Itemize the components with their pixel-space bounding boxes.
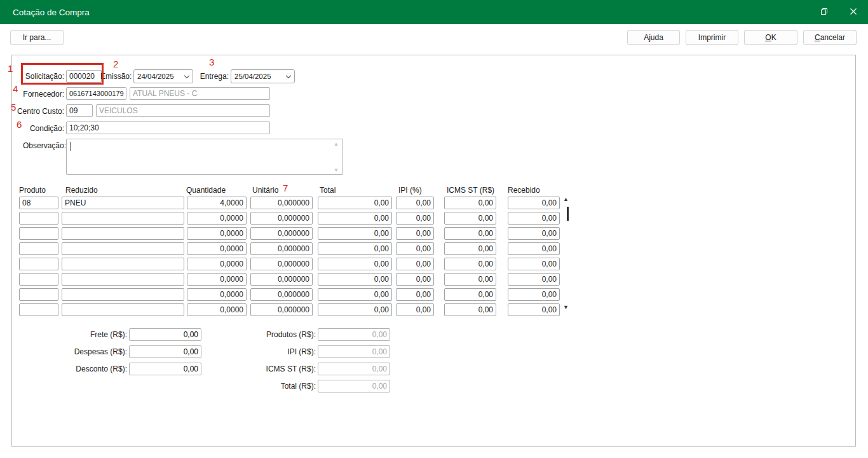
col-header-unitario: Unitário — [252, 186, 278, 195]
cell-quantidade[interactable]: 0,0000 — [187, 258, 247, 270]
emissao-date-select[interactable]: 24/04/2025 — [133, 69, 193, 83]
cell-quantidade[interactable]: 0,0000 — [187, 303, 247, 316]
cotacao-de-compra-window: Cotação de Compra Ir para... Ajuda Impri… — [0, 0, 868, 458]
cell-reduzido[interactable] — [62, 227, 184, 240]
centro-custo-name-field: VEICULOS — [96, 104, 270, 117]
ok-button[interactable]: OK — [744, 30, 797, 45]
cell-icms-st[interactable]: 0,00 — [444, 303, 496, 316]
cell-reduzido[interactable] — [62, 288, 184, 301]
cell-total: 0,00 — [318, 273, 392, 286]
help-button[interactable]: Ajuda — [627, 30, 680, 45]
cell-recebido[interactable]: 0,00 — [508, 258, 560, 270]
cell-unitario[interactable]: 0,000000 — [250, 197, 313, 209]
cell-produto[interactable] — [19, 242, 58, 255]
table-row: 0,0000 0,000000 0,00 0,00 0,00 0,00 — [19, 303, 560, 319]
fornecedor-code-input[interactable]: 06167143000179 — [66, 87, 126, 100]
text-caret — [70, 142, 71, 151]
cell-recebido[interactable]: 0,00 — [508, 288, 560, 301]
table-row: 0,0000 0,000000 0,00 0,00 0,00 0,00 — [19, 212, 560, 227]
cell-reduzido[interactable] — [62, 273, 184, 286]
go-to-button[interactable]: Ir para... — [10, 30, 64, 45]
cell-recebido[interactable]: 0,00 — [508, 197, 560, 209]
condicao-input[interactable]: 10;20;30 — [66, 121, 270, 134]
cell-produto[interactable] — [19, 227, 58, 240]
cell-unitario[interactable]: 0,000000 — [250, 303, 313, 316]
cell-quantidade[interactable]: 0,0000 — [187, 212, 247, 225]
cell-reduzido[interactable] — [62, 258, 184, 270]
cell-produto[interactable] — [19, 212, 58, 225]
cell-unitario[interactable]: 0,000000 — [250, 273, 313, 286]
cell-ipi[interactable]: 0,00 — [396, 288, 434, 301]
cell-ipi[interactable]: 0,00 — [396, 212, 434, 225]
ipi-total-label: IPI (R$): — [229, 345, 318, 358]
cell-unitario[interactable]: 0,000000 — [250, 212, 313, 225]
cell-icms-st[interactable]: 0,00 — [444, 197, 496, 209]
cell-recebido[interactable]: 0,00 — [508, 227, 560, 240]
entrega-date-select[interactable]: 25/04/2025 — [231, 69, 295, 83]
frete-input[interactable]: 0,00 — [129, 328, 201, 341]
cell-icms-st[interactable]: 0,00 — [444, 258, 496, 270]
cell-ipi[interactable]: 0,00 — [396, 197, 434, 209]
col-header-quantidade: Quantidade — [186, 186, 226, 195]
cell-icms-st[interactable]: 0,00 — [444, 288, 496, 301]
cell-total: 0,00 — [318, 212, 392, 225]
grid-scroll-down-icon[interactable]: ▼ — [563, 304, 569, 310]
cell-produto[interactable] — [19, 303, 58, 316]
cell-quantidade[interactable]: 0,0000 — [187, 242, 247, 255]
cell-reduzido[interactable] — [62, 303, 184, 316]
cell-ipi[interactable]: 0,00 — [396, 258, 434, 270]
centro-custo-code-input[interactable]: 09 — [66, 104, 93, 117]
cell-quantidade[interactable]: 0,0000 — [187, 288, 247, 301]
cell-quantidade[interactable]: 4,0000 — [187, 197, 247, 209]
cell-icms-st[interactable]: 0,00 — [444, 212, 496, 225]
cell-quantidade[interactable]: 0,0000 — [187, 273, 247, 286]
cell-produto[interactable] — [19, 258, 58, 270]
cell-recebido[interactable]: 0,00 — [508, 303, 560, 316]
total-label: Total (R$): — [229, 380, 318, 392]
grid-scroll-up-icon[interactable]: ▲ — [563, 196, 569, 202]
cell-quantidade[interactable]: 0,0000 — [187, 227, 247, 240]
col-header-ipi: IPI (%) — [398, 186, 422, 195]
annotation-6: 6 — [17, 120, 22, 129]
cell-ipi[interactable]: 0,00 — [396, 303, 434, 316]
cell-unitario[interactable]: 0,000000 — [250, 227, 313, 240]
cell-produto[interactable] — [19, 273, 58, 286]
cell-unitario[interactable]: 0,000000 — [250, 288, 313, 301]
desconto-input[interactable]: 0,00 — [129, 363, 201, 375]
cell-produto[interactable]: 08 — [19, 197, 58, 209]
scroll-up-icon: ▲ — [334, 141, 339, 147]
cell-icms-st[interactable]: 0,00 — [444, 273, 496, 286]
annotation-1: 1 — [8, 64, 13, 73]
cell-ipi[interactable]: 0,00 — [396, 227, 434, 240]
cancel-button[interactable]: Cancelar — [803, 30, 857, 45]
cell-total: 0,00 — [318, 242, 392, 255]
print-button[interactable]: Imprimir — [686, 30, 738, 45]
grid-scrollbar-thumb[interactable] — [567, 207, 569, 221]
table-row: 08 PNEU 4,0000 0,000000 0,00 0,00 0,00 0… — [19, 197, 560, 212]
cell-ipi[interactable]: 0,00 — [396, 273, 434, 286]
totals-left: Frete (R$): 0,00 Despesas (R$): 0,00 Des… — [40, 328, 203, 380]
cell-produto[interactable] — [19, 288, 58, 301]
cell-reduzido[interactable] — [62, 242, 184, 255]
col-header-reduzido: Reduzido — [65, 186, 98, 195]
produtos-total-label: Produtos (R$): — [229, 328, 318, 341]
solicitacao-input[interactable]: 000020 — [66, 70, 102, 83]
despesas-input[interactable]: 0,00 — [129, 345, 201, 358]
cell-icms-st[interactable]: 0,00 — [444, 242, 496, 255]
chevron-down-icon — [286, 73, 291, 78]
cell-icms-st[interactable]: 0,00 — [444, 227, 496, 240]
observacao-textarea[interactable] — [66, 139, 343, 175]
annotation-7: 7 — [283, 183, 288, 193]
cell-ipi[interactable]: 0,00 — [396, 242, 434, 255]
despesas-label: Despesas (R$): — [40, 345, 129, 358]
cell-unitario[interactable]: 0,000000 — [250, 258, 313, 270]
cell-recebido[interactable]: 0,00 — [508, 212, 560, 225]
fornecedor-label: Fornecedor: — [23, 90, 64, 99]
cell-recebido[interactable]: 0,00 — [508, 273, 560, 286]
cell-reduzido[interactable]: PNEU — [62, 197, 184, 209]
cell-unitario[interactable]: 0,000000 — [250, 242, 313, 255]
restore-window-button[interactable] — [810, 0, 839, 24]
cell-reduzido[interactable] — [62, 212, 184, 225]
cell-recebido[interactable]: 0,00 — [508, 242, 560, 255]
close-window-button[interactable] — [839, 0, 868, 24]
